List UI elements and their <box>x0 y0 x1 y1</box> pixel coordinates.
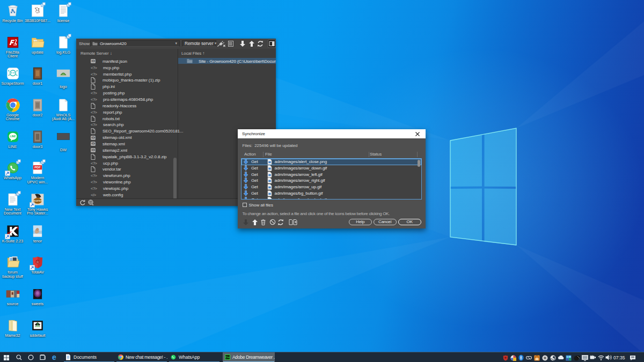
svg-text:PDF: PDF <box>34 166 41 169</box>
svg-text:LINE: LINE <box>10 135 16 138</box>
svg-text:Dw: Dw <box>225 356 230 359</box>
